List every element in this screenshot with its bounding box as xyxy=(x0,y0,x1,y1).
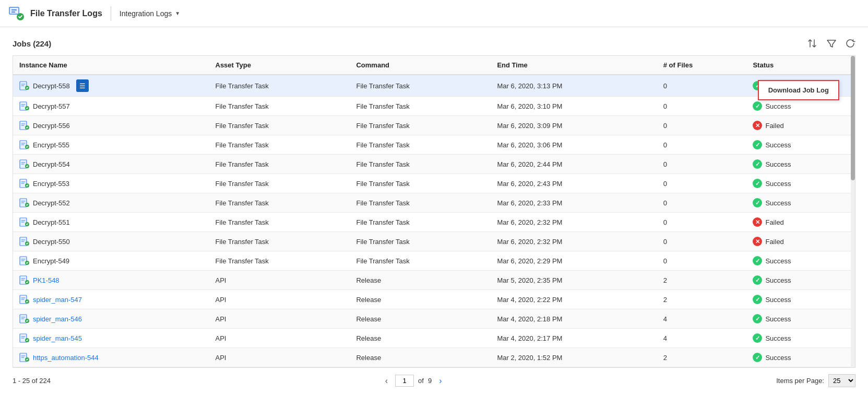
cell-asset_type: File Transfer Task xyxy=(209,116,350,135)
filter-icon[interactable] xyxy=(826,38,837,49)
cell-command: Release xyxy=(350,290,491,309)
instance-cell: spider_man-547 xyxy=(13,290,209,309)
instance-name: Encrypt-555 xyxy=(33,141,69,149)
success-icon: ✓ xyxy=(753,159,762,169)
cell-asset_type: API xyxy=(209,290,350,309)
app-logo xyxy=(8,5,25,22)
jobs-table: Instance Name Asset Type Command End Tim… xyxy=(13,56,855,367)
col-status: Status xyxy=(746,56,855,75)
status-cell: ✓Success xyxy=(746,271,855,290)
breadcrumb-dropdown-icon[interactable]: ▼ xyxy=(175,10,180,16)
jobs-title: Jobs (224) xyxy=(13,39,51,48)
instance-name: Decrypt-552 xyxy=(33,199,70,207)
cell-end_time: Mar 2, 2020, 1:52 PM xyxy=(491,348,657,367)
table-row[interactable]: Decrypt-550File Transfer TaskFile Transf… xyxy=(13,232,855,251)
table-row[interactable]: https_automation-544APIReleaseMar 2, 202… xyxy=(13,348,855,367)
status-label: Success xyxy=(765,160,791,168)
cell-command: File Transfer Task xyxy=(350,135,491,155)
header-divider xyxy=(111,6,111,21)
cell-command: File Transfer Task xyxy=(350,251,491,271)
cell-command: File Transfer Task xyxy=(350,232,491,251)
table-row[interactable]: PK1-548APIReleaseMar 5, 2020, 2:35 PM2✓S… xyxy=(13,271,855,290)
failed-icon: ✕ xyxy=(753,237,762,246)
pagination-bar: 1 - 25 of 224 ‹ of 9 › Items per Page: 2… xyxy=(13,368,855,387)
cell-files: 0 xyxy=(657,75,747,97)
status-cell: ✓Success xyxy=(746,309,855,329)
instance-name[interactable]: spider_man-546 xyxy=(33,315,82,323)
cell-asset_type: File Transfer Task xyxy=(209,193,350,213)
table-row[interactable]: spider_man-547APIReleaseMar 4, 2020, 2:2… xyxy=(13,290,855,309)
page-number-input[interactable] xyxy=(395,375,414,387)
table-row[interactable]: Decrypt-556File Transfer TaskFile Transf… xyxy=(13,116,855,135)
pagination-controls: ‹ of 9 › xyxy=(382,375,445,387)
items-per-page-control: Items per Page: 25 50 100 xyxy=(776,374,855,387)
instance-name[interactable]: https_automation-544 xyxy=(33,354,99,362)
table-row[interactable]: Decrypt-558☰File Transfer TaskFile Trans… xyxy=(13,75,855,97)
cell-files: 0 xyxy=(657,135,747,155)
cell-asset_type: API xyxy=(209,271,350,290)
status-cell: ✕Failed xyxy=(746,232,855,251)
cell-command: File Transfer Task xyxy=(350,116,491,135)
status-label: Success xyxy=(765,296,791,304)
instance-cell: Decrypt-550 xyxy=(13,232,209,251)
download-job-log-popup[interactable]: Download Job Log xyxy=(758,80,839,100)
instance-name: Decrypt-556 xyxy=(33,122,70,130)
table-row[interactable]: Decrypt-557File Transfer TaskFile Transf… xyxy=(13,97,855,116)
table-row[interactable]: spider_man-545APIReleaseMar 4, 2020, 2:1… xyxy=(13,329,855,348)
instance-name[interactable]: PK1-548 xyxy=(33,276,60,284)
cell-asset_type: File Transfer Task xyxy=(209,251,350,271)
next-page-button[interactable]: › xyxy=(436,375,445,387)
table-scrollbar[interactable] xyxy=(851,56,855,367)
cell-end_time: Mar 4, 2020, 2:22 PM xyxy=(491,290,657,309)
table-row[interactable]: Decrypt-554File Transfer TaskFile Transf… xyxy=(13,155,855,174)
col-num-files: # of Files xyxy=(657,56,747,75)
cell-asset_type: API xyxy=(209,309,350,329)
status-label: Success xyxy=(765,276,791,284)
table-row[interactable]: spider_man-546APIReleaseMar 4, 2020, 2:1… xyxy=(13,309,855,329)
breadcrumb[interactable]: Integration Logs ▼ xyxy=(120,9,180,18)
cell-files: 0 xyxy=(657,97,747,116)
cell-asset_type: File Transfer Task xyxy=(209,135,350,155)
items-per-page-select[interactable]: 25 50 100 xyxy=(828,374,855,387)
breadcrumb-label: Integration Logs xyxy=(120,9,172,18)
status-label: Success xyxy=(765,141,791,149)
instance-name: Decrypt-551 xyxy=(33,218,70,226)
pagination-of-label: of xyxy=(418,377,424,385)
status-cell: ✓Success xyxy=(746,348,855,367)
table-row[interactable]: Encrypt-555File Transfer TaskFile Transf… xyxy=(13,135,855,155)
status-label: Failed xyxy=(765,122,783,130)
instance-cell: Decrypt-554 xyxy=(13,155,209,174)
instance-name: Decrypt-558 xyxy=(33,82,70,90)
table-row[interactable]: Encrypt-549File Transfer TaskFile Transf… xyxy=(13,251,855,271)
row-action-icon[interactable]: ☰ xyxy=(76,79,89,92)
cell-files: 2 xyxy=(657,348,747,367)
status-cell: ✓Success xyxy=(746,329,855,348)
table-row[interactable]: Decrypt-552File Transfer TaskFile Transf… xyxy=(13,193,855,213)
app-header: File Transfer Logs Integration Logs ▼ xyxy=(0,0,868,27)
table-row[interactable]: Decrypt-551File Transfer TaskFile Transf… xyxy=(13,213,855,232)
cell-end_time: Mar 6, 2020, 2:33 PM xyxy=(491,193,657,213)
cell-command: File Transfer Task xyxy=(350,97,491,116)
cell-command: File Transfer Task xyxy=(350,193,491,213)
table-scrollbar-thumb xyxy=(851,56,855,180)
cell-command: File Transfer Task xyxy=(350,155,491,174)
failed-icon: ✕ xyxy=(753,217,762,227)
cell-files: 0 xyxy=(657,116,747,135)
instance-name[interactable]: spider_man-545 xyxy=(33,334,82,342)
instance-name[interactable]: spider_man-547 xyxy=(33,296,82,304)
prev-page-button[interactable]: ‹ xyxy=(382,375,391,387)
refresh-icon[interactable] xyxy=(845,38,855,49)
cell-end_time: Mar 6, 2020, 2:29 PM xyxy=(491,251,657,271)
status-label: Success xyxy=(765,199,791,207)
cell-files: 0 xyxy=(657,232,747,251)
cell-end_time: Mar 6, 2020, 2:32 PM xyxy=(491,232,657,251)
table-row[interactable]: Encrypt-553File Transfer TaskFile Transf… xyxy=(13,174,855,193)
cell-files: 2 xyxy=(657,271,747,290)
success-icon: ✓ xyxy=(753,140,762,149)
sort-icon[interactable] xyxy=(806,38,818,49)
cell-command: File Transfer Task xyxy=(350,75,491,97)
instance-cell: PK1-548 xyxy=(13,271,209,290)
success-icon: ✓ xyxy=(753,101,762,111)
col-command: Command xyxy=(350,56,491,75)
app-title: File Transfer Logs xyxy=(30,9,102,18)
